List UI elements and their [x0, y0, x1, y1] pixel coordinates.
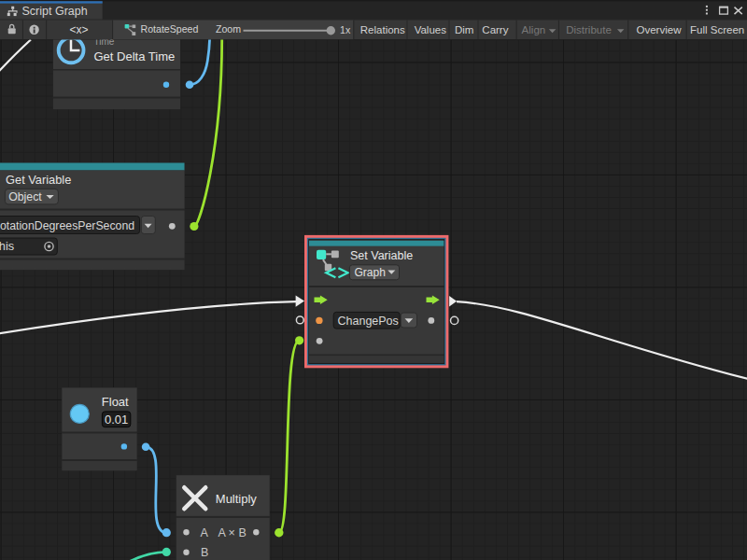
svg-text:Get Delta Time: Get Delta Time [94, 49, 176, 63]
svg-text:1x: 1x [340, 24, 351, 35]
svg-text:RotateSpeed: RotateSpeed [141, 23, 199, 35]
svg-text:Object: Object [8, 190, 42, 203]
svg-text:Distribute: Distribute [566, 24, 612, 35]
svg-text:Set Variable: Set Variable [350, 249, 413, 262]
svg-text:This: This [0, 239, 14, 253]
svg-text:Dim: Dim [455, 24, 473, 35]
svg-text:Full Screen: Full Screen [690, 24, 744, 35]
svg-text:A: A [201, 526, 209, 539]
svg-text:Multiply: Multiply [216, 492, 258, 506]
svg-text:Float: Float [102, 395, 129, 409]
svg-text:RotationDegreesPerSecond: RotationDegreesPerSecond [0, 219, 134, 232]
svg-text:Relations: Relations [360, 24, 405, 35]
svg-text:<x>: <x> [69, 23, 88, 36]
svg-text:Align: Align [522, 24, 546, 35]
svg-text:B: B [201, 546, 208, 559]
svg-text:ChangePos: ChangePos [338, 315, 399, 328]
svg-text:Values: Values [415, 24, 447, 35]
svg-text:Graph: Graph [355, 266, 386, 279]
svg-text:Zoom: Zoom [216, 23, 241, 35]
svg-text:Overview: Overview [637, 24, 683, 35]
svg-text:Script Graph: Script Graph [22, 5, 88, 18]
svg-text:Get Variable: Get Variable [6, 173, 71, 187]
svg-text:Carry: Carry [482, 24, 508, 35]
svg-text:A × B: A × B [218, 526, 247, 539]
svg-text:0.01: 0.01 [105, 413, 128, 427]
